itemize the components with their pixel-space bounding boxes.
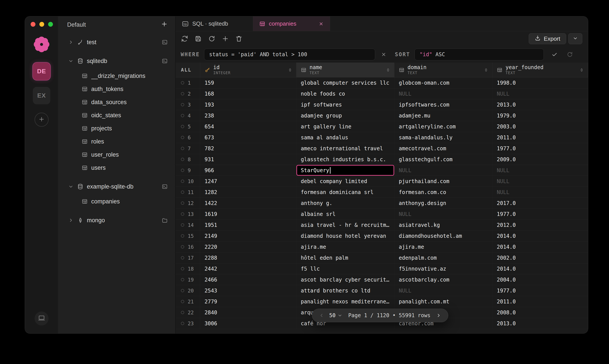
cell-year-founded[interactable]: 1998.0 [492, 78, 588, 88]
cell-year-founded[interactable]: 2013.0 [492, 99, 588, 110]
cell-id[interactable]: 931 [200, 154, 297, 165]
cell-id[interactable]: 782 [200, 143, 297, 154]
cell-id[interactable]: 2220 [200, 242, 297, 252]
cell-id[interactable]: 1247 [200, 176, 297, 187]
row-select-circle[interactable] [181, 322, 184, 325]
row-header[interactable]: 5 [176, 121, 200, 132]
cell-name[interactable]: anthony g. [297, 198, 394, 208]
row-header[interactable]: 17 [176, 252, 200, 263]
cell-year-founded[interactable]: 2013.0 [492, 318, 588, 329]
close-tab-icon[interactable] [319, 21, 324, 26]
chevron-down-icon[interactable] [68, 58, 75, 64]
cell-name[interactable]: attard brothers co ltd [297, 285, 394, 296]
sidebar-item-auth_tokens[interactable]: auth_tokens [58, 82, 175, 96]
cell-id[interactable]: 2149 [200, 231, 297, 241]
cell-name[interactable]: hôtel eden palm [297, 252, 394, 263]
cell-domain[interactable]: ipfsoftwares.com [394, 99, 492, 110]
cell-id[interactable]: 2779 [200, 296, 297, 307]
cell-name-editing[interactable]: StarQuery [297, 165, 394, 176]
row-header[interactable]: 15 [176, 231, 200, 241]
sidebar-item-example-sqlite-db[interactable]: example-sqlite-db [58, 180, 175, 193]
row-select-circle[interactable] [181, 278, 184, 281]
cell-domain[interactable]: f5innovative.az [394, 263, 492, 274]
save-changes-button[interactable] [194, 35, 202, 42]
row-header[interactable]: 7 [176, 143, 200, 154]
cell-domain[interactable]: globcom-oman.com [394, 78, 492, 88]
cell-name[interactable]: debel company limited [297, 176, 394, 187]
local-host-button[interactable] [35, 312, 49, 325]
sidebar-item-data_sources[interactable]: data_sources [58, 96, 175, 109]
cell-year-founded[interactable]: 2008.0 [492, 307, 588, 318]
sidebar-item-oidc_states[interactable]: oidc_states [58, 109, 175, 122]
row-header[interactable]: 14 [176, 220, 200, 230]
cell-id[interactable]: 193 [200, 99, 297, 110]
cell-id[interactable]: 966 [200, 165, 297, 176]
row-select-circle[interactable] [181, 311, 184, 314]
row-header[interactable]: 10 [176, 176, 200, 187]
cell-year-founded[interactable]: 1979.0 [492, 110, 588, 121]
row-select-circle[interactable] [181, 234, 184, 238]
cell-name[interactable]: global computer services llc [297, 78, 394, 88]
cell-domain[interactable]: adamjee.mu [394, 110, 492, 121]
cell-year-founded[interactable]: 1977.0 [492, 143, 588, 154]
cell-name[interactable]: art gallery line [297, 121, 394, 132]
cell-name[interactable]: panalight nexos mediterrane… [297, 296, 394, 307]
row-header[interactable]: 8 [176, 154, 200, 165]
cell-domain[interactable]: NULL [394, 285, 492, 296]
terminal-icon[interactable] [162, 58, 168, 64]
row-header[interactable]: 2 [176, 88, 200, 99]
row-select-circle[interactable] [181, 158, 184, 161]
cell-domain[interactable]: asiatravel.kg [394, 220, 492, 230]
cell-domain[interactable]: edenpalm.com [394, 252, 492, 263]
sort-column-icon[interactable] [287, 67, 293, 73]
row-select-circle[interactable] [181, 92, 184, 95]
cell-name[interactable]: sama al andalus [297, 132, 394, 143]
cell-id[interactable]: 2288 [200, 252, 297, 263]
chevron-right-icon[interactable] [68, 217, 75, 223]
row-header[interactable]: 1 [176, 78, 200, 88]
row-header[interactable]: 20 [176, 285, 200, 296]
row-header[interactable]: 21 [176, 296, 200, 307]
terminal-icon[interactable] [162, 39, 168, 45]
add-row-button[interactable] [221, 35, 229, 42]
cell-year-founded[interactable]: NULL [492, 165, 588, 176]
row-header[interactable]: 11 [176, 187, 200, 197]
sidebar-item-sqlitedb[interactable]: sqlitedb [58, 54, 175, 68]
cell-id[interactable]: 1951 [200, 220, 297, 230]
sort-input[interactable]: "id" ASC [415, 49, 544, 60]
cell-id[interactable]: 168 [200, 88, 297, 99]
cell-name[interactable]: ajira.me [297, 242, 394, 252]
delete-row-button[interactable] [235, 35, 243, 42]
refresh-button[interactable] [208, 35, 216, 42]
row-header[interactable]: 4 [176, 110, 200, 121]
cell-year-founded[interactable]: NULL [492, 187, 588, 197]
cell-id[interactable]: 654 [200, 121, 297, 132]
cell-year-founded[interactable]: 2002.0 [492, 252, 588, 263]
cell-year-founded[interactable]: 2017.0 [492, 198, 588, 208]
cell-domain[interactable]: NULL [394, 88, 492, 99]
add-connection-button[interactable] [161, 21, 168, 29]
zoom-window-button[interactable] [48, 22, 53, 27]
cell-domain[interactable]: anthonyg.design [394, 198, 492, 208]
workspace-avatar-ex[interactable]: EX [33, 87, 50, 104]
folder-icon[interactable] [162, 217, 168, 223]
column-header-id[interactable]: idINTEGER [200, 63, 297, 77]
cell-id[interactable]: 159 [200, 78, 297, 88]
cell-year-founded[interactable]: 2011.0 [492, 132, 588, 143]
row-header[interactable]: 18 [176, 263, 200, 274]
workspace-avatar-de[interactable]: DE [33, 63, 50, 80]
tab-companies[interactable]: companies [253, 16, 330, 31]
cell-id[interactable]: 673 [200, 132, 297, 143]
cell-year-founded[interactable]: 2014.0 [492, 242, 588, 252]
row-select-circle[interactable] [181, 169, 184, 172]
add-workspace-button[interactable] [35, 113, 49, 127]
cell-domain[interactable]: glasstechgulf.com [394, 154, 492, 165]
row-select-circle[interactable] [181, 191, 184, 194]
column-header-year_founded[interactable]: year_foundedTEXT [492, 63, 588, 77]
cell-name[interactable]: ascot barclay cyber securit… [297, 274, 394, 285]
cell-name[interactable]: glasstech industries b.s.c. [297, 154, 394, 165]
row-select-circle[interactable] [181, 267, 184, 270]
previous-page-icon[interactable] [319, 312, 324, 318]
cell-name[interactable]: noble foods co [297, 88, 394, 99]
row-header[interactable]: 23 [176, 318, 200, 329]
